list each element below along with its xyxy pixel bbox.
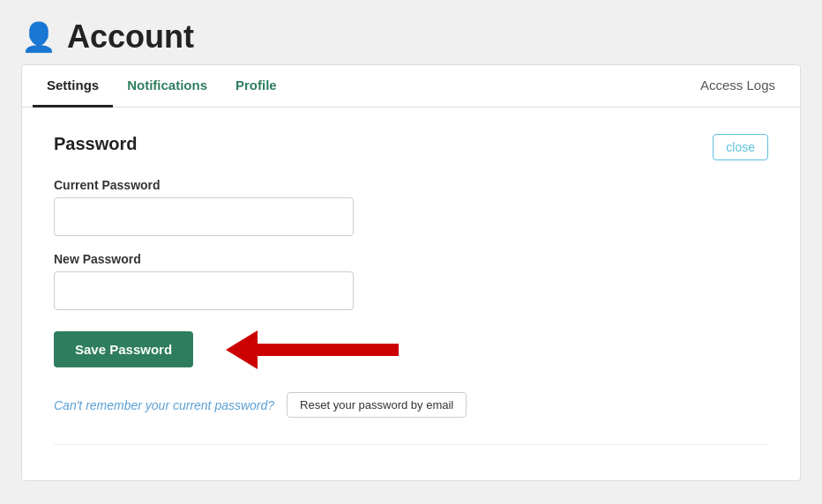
reset-email-button[interactable]: Reset your password by email xyxy=(287,392,467,418)
tabs-container: Settings Notifications Profile Access Lo… xyxy=(21,64,801,481)
current-password-input[interactable] xyxy=(54,197,354,236)
page-title: Account xyxy=(67,18,194,56)
account-icon: 👤 xyxy=(21,23,56,51)
save-btn-row: Save Password xyxy=(54,331,768,367)
reset-row: Can't remember your current password? Re… xyxy=(54,392,768,418)
arrow-tail xyxy=(258,344,399,356)
tab-profile[interactable]: Profile xyxy=(221,65,291,107)
new-password-group: New Password xyxy=(54,252,768,310)
tab-settings[interactable]: Settings xyxy=(33,65,113,107)
new-password-input[interactable] xyxy=(54,271,354,310)
section-header: Password close xyxy=(54,134,768,160)
page-wrapper: 👤 Account Settings Notifications Profile… xyxy=(0,0,822,504)
arrow-indicator xyxy=(226,330,399,369)
current-password-group: Current Password xyxy=(54,178,768,236)
section-title: Password xyxy=(54,134,137,154)
cant-remember-text: Can't remember your current password? xyxy=(54,398,274,412)
new-password-label: New Password xyxy=(54,252,768,266)
tabs-nav: Settings Notifications Profile Access Lo… xyxy=(22,65,800,107)
close-button[interactable]: close xyxy=(713,134,768,160)
save-password-button[interactable]: Save Password xyxy=(54,331,193,367)
tab-notifications[interactable]: Notifications xyxy=(113,65,221,107)
page-header: 👤 Account xyxy=(21,18,801,56)
arrow-head xyxy=(226,330,258,369)
current-password-label: Current Password xyxy=(54,178,768,192)
tab-access-logs[interactable]: Access Logs xyxy=(686,65,789,107)
bottom-divider xyxy=(54,444,768,445)
tab-content: Password close Current Password New Pass… xyxy=(22,107,800,480)
